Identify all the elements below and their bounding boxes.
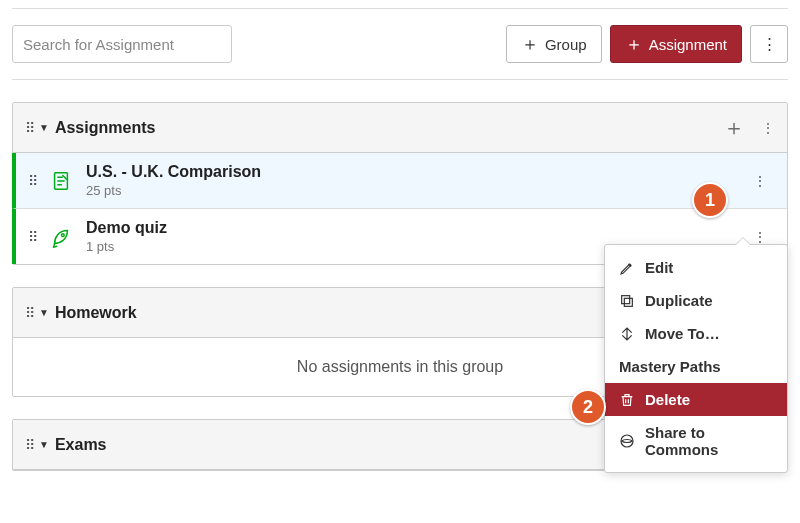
- assignment-more-button[interactable]: ⋮: [745, 167, 775, 195]
- svg-rect-3: [622, 295, 630, 303]
- rocket-icon: [50, 226, 72, 248]
- toolbar: ＋ Group ＋ Assignment ⋮: [0, 9, 800, 79]
- group-add-item-button[interactable]: ＋: [723, 117, 745, 139]
- assignment-points: 1 pts: [86, 239, 167, 254]
- menu-mastery-paths-label: Mastery Paths: [619, 358, 721, 375]
- search-input[interactable]: [12, 25, 232, 63]
- assignment-title: Demo quiz: [86, 219, 167, 237]
- group-more-button[interactable]: ⋮: [761, 120, 775, 136]
- svg-point-1: [61, 233, 64, 236]
- drag-handle-icon[interactable]: ⠿: [25, 305, 33, 321]
- assignment-points: 25 pts: [86, 183, 261, 198]
- row-context-menu: Edit Duplicate Move To… Mastery Paths De…: [604, 244, 788, 473]
- document-icon: [50, 170, 72, 192]
- menu-edit-label: Edit: [645, 259, 673, 276]
- group-title: Assignments: [55, 119, 155, 137]
- plus-icon: ＋: [625, 32, 643, 56]
- add-group-label: Group: [545, 36, 587, 53]
- plus-icon: ＋: [521, 32, 539, 56]
- group-header[interactable]: ⠿ ▼ Assignments ＋ ⋮: [13, 103, 787, 153]
- svg-point-4: [621, 435, 633, 447]
- menu-edit[interactable]: Edit: [605, 251, 787, 284]
- menu-mastery-paths[interactable]: Mastery Paths: [605, 350, 787, 383]
- more-vertical-icon: ⋮: [762, 35, 777, 53]
- callout-marker-2: 2: [570, 389, 606, 425]
- pencil-icon: [619, 260, 635, 276]
- move-icon: [619, 326, 635, 342]
- add-assignment-label: Assignment: [649, 36, 727, 53]
- menu-move-to[interactable]: Move To…: [605, 317, 787, 350]
- caret-down-icon[interactable]: ▼: [39, 122, 49, 133]
- drag-handle-icon[interactable]: ⠿: [25, 120, 33, 136]
- assignment-row[interactable]: ⠿ U.S. - U.K. Comparison 25 pts ⋮: [12, 153, 787, 208]
- menu-duplicate-label: Duplicate: [645, 292, 713, 309]
- commons-icon: [619, 433, 635, 449]
- assignment-title: U.S. - U.K. Comparison: [86, 163, 261, 181]
- duplicate-icon: [619, 293, 635, 309]
- menu-move-to-label: Move To…: [645, 325, 720, 342]
- menu-share-commons-label: Share to Commons: [645, 424, 773, 458]
- drag-handle-icon[interactable]: ⠿: [25, 437, 33, 453]
- add-group-button[interactable]: ＋ Group: [506, 25, 602, 63]
- callout-marker-1: 1: [692, 182, 728, 218]
- caret-down-icon[interactable]: ▼: [39, 439, 49, 450]
- group-title: Exams: [55, 436, 107, 454]
- toolbar-more-button[interactable]: ⋮: [750, 25, 788, 63]
- svg-rect-2: [624, 298, 632, 306]
- group-assignments: ⠿ ▼ Assignments ＋ ⋮ ⠿ U.S. - U.K. Compar…: [12, 102, 788, 265]
- drag-handle-icon[interactable]: ⠿: [28, 173, 36, 189]
- menu-share-commons[interactable]: Share to Commons: [605, 416, 787, 466]
- menu-delete-label: Delete: [645, 391, 690, 408]
- trash-icon: [619, 392, 635, 408]
- menu-delete[interactable]: Delete: [605, 383, 787, 416]
- menu-duplicate[interactable]: Duplicate: [605, 284, 787, 317]
- caret-down-icon[interactable]: ▼: [39, 307, 49, 318]
- drag-handle-icon[interactable]: ⠿: [28, 229, 36, 245]
- group-title: Homework: [55, 304, 137, 322]
- add-assignment-button[interactable]: ＋ Assignment: [610, 25, 742, 63]
